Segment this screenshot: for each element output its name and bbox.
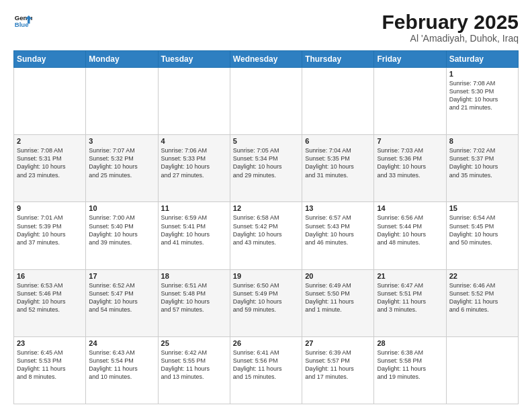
day-cell: 15Sunrise: 6:54 AM Sunset: 5:45 PM Dayli… bbox=[446, 202, 518, 269]
day-cell: 19Sunrise: 6:50 AM Sunset: 5:49 PM Dayli… bbox=[230, 269, 302, 336]
day-info: Sunrise: 6:49 AM Sunset: 5:50 PM Dayligh… bbox=[305, 281, 371, 314]
day-info: Sunrise: 6:58 AM Sunset: 5:42 PM Dayligh… bbox=[233, 214, 299, 246]
day-info: Sunrise: 7:08 AM Sunset: 5:30 PM Dayligh… bbox=[449, 79, 515, 112]
day-cell: 25Sunrise: 6:42 AM Sunset: 5:55 PM Dayli… bbox=[158, 336, 230, 404]
day-cell: 20Sunrise: 6:49 AM Sunset: 5:50 PM Dayli… bbox=[302, 269, 374, 336]
day-cell: 26Sunrise: 6:41 AM Sunset: 5:56 PM Dayli… bbox=[230, 336, 302, 404]
weekday-header-row: SundayMondayTuesdayWednesdayThursdayFrid… bbox=[14, 51, 519, 68]
day-number: 28 bbox=[377, 339, 443, 347]
day-number: 14 bbox=[377, 204, 443, 212]
day-cell: 27Sunrise: 6:39 AM Sunset: 5:57 PM Dayli… bbox=[302, 336, 374, 404]
day-number: 7 bbox=[377, 137, 443, 145]
day-cell bbox=[86, 68, 158, 135]
week-row-3: 9Sunrise: 7:01 AM Sunset: 5:39 PM Daylig… bbox=[14, 202, 519, 269]
day-cell: 17Sunrise: 6:52 AM Sunset: 5:47 PM Dayli… bbox=[86, 269, 158, 336]
day-info: Sunrise: 6:52 AM Sunset: 5:47 PM Dayligh… bbox=[89, 281, 154, 314]
day-info: Sunrise: 7:03 AM Sunset: 5:36 PM Dayligh… bbox=[377, 146, 443, 179]
day-cell: 9Sunrise: 7:01 AM Sunset: 5:39 PM Daylig… bbox=[14, 202, 86, 269]
week-row-4: 16Sunrise: 6:53 AM Sunset: 5:46 PM Dayli… bbox=[14, 269, 519, 336]
day-cell: 2Sunrise: 7:08 AM Sunset: 5:31 PM Daylig… bbox=[14, 135, 86, 202]
day-cell: 22Sunrise: 6:46 AM Sunset: 5:52 PM Dayli… bbox=[446, 269, 518, 336]
day-number: 27 bbox=[305, 339, 371, 347]
day-cell bbox=[446, 336, 518, 404]
day-number: 25 bbox=[161, 339, 227, 347]
page: General Blue February 2025 Al 'Amadiyah,… bbox=[0, 0, 532, 411]
day-cell: 14Sunrise: 6:56 AM Sunset: 5:44 PM Dayli… bbox=[374, 202, 446, 269]
day-cell: 10Sunrise: 7:00 AM Sunset: 5:40 PM Dayli… bbox=[86, 202, 158, 269]
day-info: Sunrise: 6:47 AM Sunset: 5:51 PM Dayligh… bbox=[377, 281, 443, 314]
day-cell: 28Sunrise: 6:38 AM Sunset: 5:58 PM Dayli… bbox=[374, 336, 446, 404]
day-number: 6 bbox=[305, 137, 371, 145]
day-info: Sunrise: 6:41 AM Sunset: 5:56 PM Dayligh… bbox=[233, 349, 299, 381]
day-number: 9 bbox=[17, 204, 83, 212]
month-title: February 2025 bbox=[382, 11, 519, 33]
day-number: 8 bbox=[449, 137, 515, 145]
day-cell: 11Sunrise: 6:59 AM Sunset: 5:41 PM Dayli… bbox=[158, 202, 230, 269]
day-number: 11 bbox=[161, 204, 227, 212]
day-cell: 8Sunrise: 7:02 AM Sunset: 5:37 PM Daylig… bbox=[446, 135, 518, 202]
day-cell: 3Sunrise: 7:07 AM Sunset: 5:32 PM Daylig… bbox=[86, 135, 158, 202]
day-info: Sunrise: 6:42 AM Sunset: 5:55 PM Dayligh… bbox=[161, 349, 227, 381]
day-cell: 13Sunrise: 6:57 AM Sunset: 5:43 PM Dayli… bbox=[302, 202, 374, 269]
day-cell: 18Sunrise: 6:51 AM Sunset: 5:48 PM Dayli… bbox=[158, 269, 230, 336]
day-number: 17 bbox=[89, 272, 154, 280]
day-info: Sunrise: 7:01 AM Sunset: 5:39 PM Dayligh… bbox=[17, 214, 83, 246]
day-number: 4 bbox=[161, 137, 227, 145]
day-number: 23 bbox=[17, 339, 83, 347]
day-info: Sunrise: 7:04 AM Sunset: 5:35 PM Dayligh… bbox=[305, 146, 371, 179]
day-info: Sunrise: 6:50 AM Sunset: 5:49 PM Dayligh… bbox=[233, 281, 299, 314]
day-cell bbox=[230, 68, 302, 135]
day-info: Sunrise: 6:39 AM Sunset: 5:57 PM Dayligh… bbox=[305, 349, 371, 381]
day-cell bbox=[158, 68, 230, 135]
header: General Blue February 2025 Al 'Amadiyah,… bbox=[13, 11, 519, 44]
day-number: 18 bbox=[161, 272, 227, 280]
day-info: Sunrise: 7:02 AM Sunset: 5:37 PM Dayligh… bbox=[449, 146, 515, 179]
day-cell bbox=[374, 68, 446, 135]
day-number: 2 bbox=[17, 137, 83, 145]
location: Al 'Amadiyah, Duhok, Iraq bbox=[382, 33, 519, 44]
day-number: 26 bbox=[233, 339, 299, 347]
day-info: Sunrise: 6:57 AM Sunset: 5:43 PM Dayligh… bbox=[305, 214, 371, 246]
day-info: Sunrise: 7:05 AM Sunset: 5:34 PM Dayligh… bbox=[233, 146, 299, 179]
day-number: 22 bbox=[449, 272, 515, 280]
day-number: 24 bbox=[89, 339, 154, 347]
day-number: 1 bbox=[449, 70, 515, 78]
weekday-header-tuesday: Tuesday bbox=[158, 51, 230, 68]
day-cell: 1Sunrise: 7:08 AM Sunset: 5:30 PM Daylig… bbox=[446, 68, 518, 135]
day-cell: 12Sunrise: 6:58 AM Sunset: 5:42 PM Dayli… bbox=[230, 202, 302, 269]
day-cell: 21Sunrise: 6:47 AM Sunset: 5:51 PM Dayli… bbox=[374, 269, 446, 336]
day-info: Sunrise: 6:54 AM Sunset: 5:45 PM Dayligh… bbox=[449, 214, 515, 246]
weekday-header-sunday: Sunday bbox=[14, 51, 86, 68]
weekday-header-saturday: Saturday bbox=[446, 51, 518, 68]
day-cell: 16Sunrise: 6:53 AM Sunset: 5:46 PM Dayli… bbox=[14, 269, 86, 336]
day-info: Sunrise: 6:56 AM Sunset: 5:44 PM Dayligh… bbox=[377, 214, 443, 246]
day-number: 21 bbox=[377, 272, 443, 280]
day-cell: 23Sunrise: 6:45 AM Sunset: 5:53 PM Dayli… bbox=[14, 336, 86, 404]
day-info: Sunrise: 7:00 AM Sunset: 5:40 PM Dayligh… bbox=[89, 214, 154, 246]
day-number: 19 bbox=[233, 272, 299, 280]
day-number: 10 bbox=[89, 204, 154, 212]
logo: General Blue bbox=[13, 11, 32, 30]
day-number: 13 bbox=[305, 204, 371, 212]
weekday-header-friday: Friday bbox=[374, 51, 446, 68]
day-cell bbox=[302, 68, 374, 135]
header-right: February 2025 Al 'Amadiyah, Duhok, Iraq bbox=[382, 11, 519, 44]
day-info: Sunrise: 7:08 AM Sunset: 5:31 PM Dayligh… bbox=[17, 146, 83, 179]
day-number: 15 bbox=[449, 204, 515, 212]
day-number: 20 bbox=[305, 272, 371, 280]
day-info: Sunrise: 7:07 AM Sunset: 5:32 PM Dayligh… bbox=[89, 146, 154, 179]
day-info: Sunrise: 6:45 AM Sunset: 5:53 PM Dayligh… bbox=[17, 349, 83, 381]
week-row-5: 23Sunrise: 6:45 AM Sunset: 5:53 PM Dayli… bbox=[14, 336, 519, 404]
day-info: Sunrise: 6:59 AM Sunset: 5:41 PM Dayligh… bbox=[161, 214, 227, 246]
weekday-header-monday: Monday bbox=[86, 51, 158, 68]
weekday-header-thursday: Thursday bbox=[302, 51, 374, 68]
week-row-1: 1Sunrise: 7:08 AM Sunset: 5:30 PM Daylig… bbox=[14, 68, 519, 135]
day-info: Sunrise: 6:46 AM Sunset: 5:52 PM Dayligh… bbox=[449, 281, 515, 314]
day-info: Sunrise: 6:53 AM Sunset: 5:46 PM Dayligh… bbox=[17, 281, 83, 314]
day-cell: 7Sunrise: 7:03 AM Sunset: 5:36 PM Daylig… bbox=[374, 135, 446, 202]
day-info: Sunrise: 6:51 AM Sunset: 5:48 PM Dayligh… bbox=[161, 281, 227, 314]
day-cell bbox=[14, 68, 86, 135]
day-number: 16 bbox=[17, 272, 83, 280]
day-cell: 4Sunrise: 7:06 AM Sunset: 5:33 PM Daylig… bbox=[158, 135, 230, 202]
day-info: Sunrise: 6:38 AM Sunset: 5:58 PM Dayligh… bbox=[377, 349, 443, 381]
